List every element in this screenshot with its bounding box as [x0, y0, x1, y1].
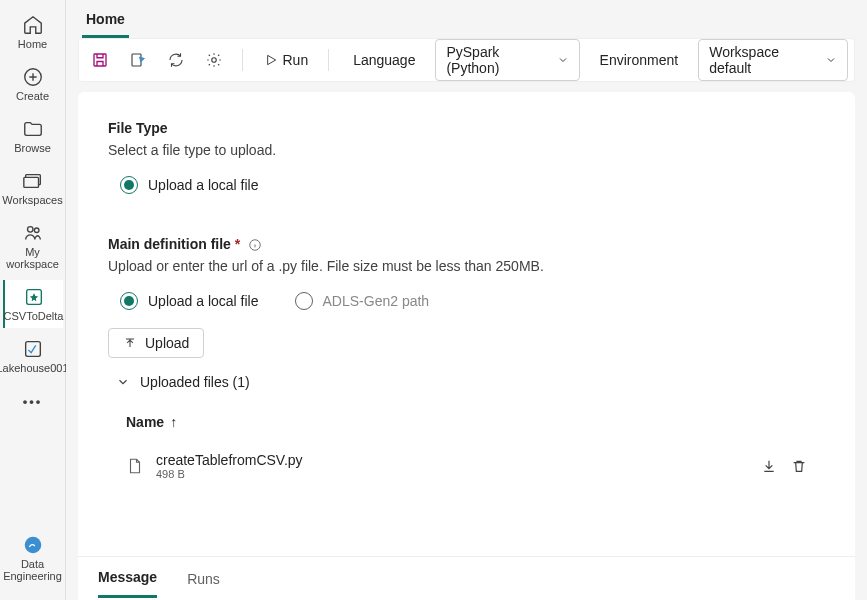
required-mark: *	[235, 236, 240, 252]
radio-label: Upload a local file	[148, 293, 259, 309]
upload-label: Upload	[145, 335, 189, 351]
my-workspace-icon	[22, 222, 44, 244]
tab-bar: Home	[66, 0, 867, 38]
sidebar-label: CSVToDelta	[4, 310, 64, 322]
environment-label: Environment	[588, 52, 691, 68]
sidebar-label: Home	[18, 38, 47, 50]
sidebar-label: Workspaces	[2, 194, 62, 206]
svg-rect-8	[94, 54, 106, 66]
file-type-title: File Type	[108, 120, 825, 136]
file-row: createTablefromCSV.py 498 B	[108, 444, 825, 488]
svg-rect-9	[132, 54, 141, 66]
svg-point-3	[27, 227, 33, 233]
refresh-button[interactable]	[161, 44, 191, 76]
radio-selected-icon	[120, 176, 138, 194]
sort-arrow-icon: ↑	[170, 414, 177, 430]
language-value: PySpark (Python)	[446, 44, 548, 76]
data-engineering-icon	[22, 534, 44, 556]
run-label: Run	[283, 52, 309, 68]
sidebar-label: Lakehouse001	[0, 362, 69, 374]
radio-selected-icon	[120, 292, 138, 310]
uploaded-files-toggle[interactable]: Uploaded files (1)	[116, 374, 825, 390]
radio-unselected-icon	[295, 292, 313, 310]
download-button[interactable]	[761, 458, 777, 474]
sidebar-item-home[interactable]: Home	[3, 8, 63, 56]
save-button[interactable]	[85, 44, 115, 76]
sidebar-label: My workspace	[3, 246, 63, 270]
language-label: Language	[341, 52, 427, 68]
svg-rect-2	[23, 177, 38, 187]
main-def-title: Main definition file *	[108, 236, 825, 252]
chevron-down-icon	[116, 375, 130, 389]
sidebar-more[interactable]: •••	[13, 384, 53, 419]
upload-icon	[123, 336, 137, 350]
home-icon	[22, 14, 44, 36]
radio-label: ADLS-Gen2 path	[323, 293, 430, 309]
language-dropdown[interactable]: PySpark (Python)	[435, 39, 579, 81]
sidebar-item-csvtodelta[interactable]: CSVToDelta	[3, 280, 63, 328]
sidebar: Home Create Browse Workspaces My workspa…	[0, 0, 66, 600]
main-def-desc: Upload or enter the url of a .py file. F…	[108, 258, 825, 274]
file-info: createTablefromCSV.py 498 B	[156, 452, 761, 480]
sidebar-item-create[interactable]: Create	[3, 60, 63, 108]
main: Home Run Language PySpark (Python) Envir…	[66, 0, 867, 600]
lakehouse-icon	[22, 338, 44, 360]
sidebar-label: Data Engineering	[3, 558, 63, 582]
workspaces-icon	[22, 170, 44, 192]
settings-button[interactable]	[199, 44, 229, 76]
more-icon: •••	[23, 394, 43, 409]
spark-icon	[23, 286, 45, 308]
sidebar-item-browse[interactable]: Browse	[3, 112, 63, 160]
toolbar: Run Language PySpark (Python) Environmen…	[78, 38, 855, 82]
bottom-tab-runs[interactable]: Runs	[187, 561, 220, 597]
svg-point-4	[34, 228, 39, 233]
tab-home[interactable]: Home	[82, 3, 129, 38]
chevron-down-icon	[825, 54, 837, 66]
sidebar-item-my-workspace[interactable]: My workspace	[3, 216, 63, 276]
table-header-name[interactable]: Name ↑	[108, 400, 825, 444]
environment-dropdown[interactable]: Workspace default	[698, 39, 848, 81]
file-type-desc: Select a file type to upload.	[108, 142, 825, 158]
folder-icon	[22, 118, 44, 140]
sidebar-label: Browse	[14, 142, 51, 154]
svg-point-10	[212, 58, 217, 63]
edit-button[interactable]	[123, 44, 153, 76]
bottom-tab-message[interactable]: Message	[98, 559, 157, 598]
environment-value: Workspace default	[709, 44, 817, 76]
sidebar-item-workspaces[interactable]: Workspaces	[3, 164, 63, 212]
file-type-option-local[interactable]: Upload a local file	[120, 176, 825, 194]
content: File Type Select a file type to upload. …	[78, 92, 855, 556]
file-name: createTablefromCSV.py	[156, 452, 761, 468]
info-icon[interactable]	[248, 238, 262, 252]
play-icon	[263, 52, 279, 68]
sidebar-item-data-engineering[interactable]: Data Engineering	[3, 528, 63, 588]
file-size: 498 B	[156, 468, 761, 480]
sidebar-label: Create	[16, 90, 49, 102]
main-def-option-adls[interactable]: ADLS-Gen2 path	[295, 292, 430, 310]
create-icon	[22, 66, 44, 88]
run-button[interactable]: Run	[255, 48, 317, 72]
sidebar-item-lakehouse[interactable]: Lakehouse001	[3, 332, 63, 380]
chevron-down-icon	[557, 54, 569, 66]
delete-button[interactable]	[791, 458, 807, 474]
file-icon	[126, 457, 144, 475]
bottom-tabs: Message Runs	[78, 556, 855, 600]
uploaded-files-label: Uploaded files (1)	[140, 374, 250, 390]
main-def-option-local[interactable]: Upload a local file	[120, 292, 259, 310]
upload-button[interactable]: Upload	[108, 328, 204, 358]
radio-label: Upload a local file	[148, 177, 259, 193]
